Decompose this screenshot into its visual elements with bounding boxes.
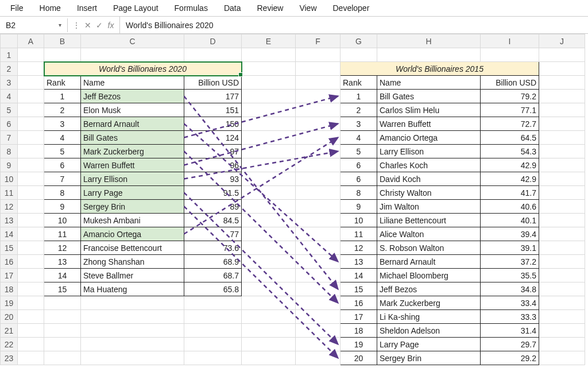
cell-A21[interactable] xyxy=(18,324,44,338)
cell-F16[interactable] xyxy=(296,255,341,269)
cell-I19[interactable]: 33.4 xyxy=(481,296,539,310)
cell-B8[interactable]: 5 xyxy=(44,145,81,158)
cell-A7[interactable] xyxy=(18,131,44,145)
cell-G22[interactable]: 19 xyxy=(341,338,377,351)
cell-F17[interactable] xyxy=(296,269,341,282)
cell-G1[interactable] xyxy=(341,48,377,62)
cell-I8[interactable]: 54.3 xyxy=(481,145,539,158)
col-header-I[interactable]: I xyxy=(481,34,539,48)
cell-A2[interactable] xyxy=(18,62,44,76)
cell-D9[interactable]: 96 xyxy=(184,158,242,172)
cell-H19[interactable]: Mark Zuckerberg xyxy=(377,296,481,310)
cell-G11[interactable]: 8 xyxy=(341,186,377,200)
cell-A15[interactable] xyxy=(18,241,44,255)
cell-E5[interactable] xyxy=(242,103,296,117)
cell-J23[interactable] xyxy=(539,351,585,365)
cell-H18[interactable]: Jeff Bezos xyxy=(377,282,481,296)
row-header-20[interactable]: 20 xyxy=(1,310,18,324)
cell-H21[interactable]: Sheldon Adelson xyxy=(377,324,481,338)
cell-A23[interactable] xyxy=(18,351,44,365)
cell-B13[interactable]: 10 xyxy=(44,214,81,227)
cell-J12[interactable] xyxy=(539,200,585,214)
cell-A18[interactable] xyxy=(18,282,44,296)
cell-F5[interactable] xyxy=(296,103,341,117)
cell-A1[interactable] xyxy=(18,48,44,62)
row-header-6[interactable]: 6 xyxy=(1,117,18,131)
cell-E16[interactable] xyxy=(242,255,296,269)
col-header-H[interactable]: H xyxy=(377,34,481,48)
cell-D19[interactable] xyxy=(184,296,242,310)
cell-E22[interactable] xyxy=(242,338,296,351)
cell-I12[interactable]: 40.6 xyxy=(481,200,539,214)
cell-D8[interactable]: 97 xyxy=(184,145,242,158)
cell-G12[interactable]: 9 xyxy=(341,200,377,214)
cell-G18[interactable]: 15 xyxy=(341,282,377,296)
cell-B15[interactable]: 12 xyxy=(44,241,81,255)
cell-D17[interactable]: 68.7 xyxy=(184,269,242,282)
cell-B19[interactable] xyxy=(44,296,81,310)
cell-J8[interactable] xyxy=(539,145,585,158)
cell-C16[interactable]: Zhong Shanshan xyxy=(81,255,184,269)
cell-C21[interactable] xyxy=(81,324,184,338)
cell-D14[interactable]: 77 xyxy=(184,227,242,241)
cell-C19[interactable] xyxy=(81,296,184,310)
cell-G21[interactable]: 18 xyxy=(341,324,377,338)
select-all-corner[interactable] xyxy=(1,34,18,48)
cell-G23[interactable]: 20 xyxy=(341,351,377,365)
cell-A22[interactable] xyxy=(18,338,44,351)
cell-J22[interactable] xyxy=(539,338,585,351)
cell-A11[interactable] xyxy=(18,186,44,200)
cell-F15[interactable] xyxy=(296,241,341,255)
cell-G5[interactable]: 2 xyxy=(341,103,377,117)
cell-J17[interactable] xyxy=(539,269,585,282)
row-header-12[interactable]: 12 xyxy=(1,200,18,214)
cell-G7[interactable]: 4 xyxy=(341,131,377,145)
col-header-A[interactable]: A xyxy=(18,34,44,48)
cell-C1[interactable] xyxy=(81,48,184,62)
ribbon-tab-developer[interactable]: Developer xyxy=(333,3,370,13)
cell-A3[interactable] xyxy=(18,76,44,90)
cell-F8[interactable] xyxy=(296,145,341,158)
cell-H10[interactable]: David Koch xyxy=(377,172,481,186)
row-header-15[interactable]: 15 xyxy=(1,241,18,255)
cell-C15[interactable]: Francoise Bettencourt xyxy=(81,241,184,255)
cell-F3[interactable] xyxy=(296,76,341,90)
cell-B1[interactable] xyxy=(44,48,81,62)
row-header-5[interactable]: 5 xyxy=(1,103,18,117)
row-header-17[interactable]: 17 xyxy=(1,269,18,282)
cell-D23[interactable] xyxy=(184,351,242,365)
cell-C10[interactable]: Larry Ellison xyxy=(81,172,184,186)
ribbon-tab-formulas[interactable]: Formulas xyxy=(175,3,208,13)
cell-G4[interactable]: 1 xyxy=(341,90,377,103)
cell-G3[interactable]: Rank xyxy=(341,76,377,90)
cell-A19[interactable] xyxy=(18,296,44,310)
cell-H6[interactable]: Warren Buffett xyxy=(377,117,481,131)
cell-C9[interactable]: Warren Buffett xyxy=(81,158,184,172)
cell-A4[interactable] xyxy=(18,90,44,103)
ribbon-tab-review[interactable]: Review xyxy=(257,3,284,13)
cell-A13[interactable] xyxy=(18,214,44,227)
cell-D21[interactable] xyxy=(184,324,242,338)
fx-icon[interactable]: fx xyxy=(107,21,115,30)
row-header-18[interactable]: 18 xyxy=(1,282,18,296)
cell-G10[interactable]: 6 xyxy=(341,172,377,186)
cell-J7[interactable] xyxy=(539,131,585,145)
cell-F9[interactable] xyxy=(296,158,341,172)
cell-C3[interactable]: Name xyxy=(81,76,184,90)
cell-C7[interactable]: Bill Gates xyxy=(81,131,184,145)
cell-H23[interactable]: Sergey Brin xyxy=(377,351,481,365)
cell-E19[interactable] xyxy=(242,296,296,310)
cell-F4[interactable] xyxy=(296,90,341,103)
name-box[interactable]: B2 ▾ xyxy=(0,18,68,32)
cell-J13[interactable] xyxy=(539,214,585,227)
cell-B5[interactable]: 2 xyxy=(44,103,81,117)
cell-B23[interactable] xyxy=(44,351,81,365)
cell-J6[interactable] xyxy=(539,117,585,131)
cell-I10[interactable]: 42.9 xyxy=(481,172,539,186)
row-header-1[interactable]: 1 xyxy=(1,48,18,62)
cell-E10[interactable] xyxy=(242,172,296,186)
cancel-icon[interactable]: ✕ xyxy=(84,21,92,30)
row-header-22[interactable]: 22 xyxy=(1,338,18,351)
cell-J3[interactable] xyxy=(539,76,585,90)
cell-G20[interactable]: 17 xyxy=(341,310,377,324)
